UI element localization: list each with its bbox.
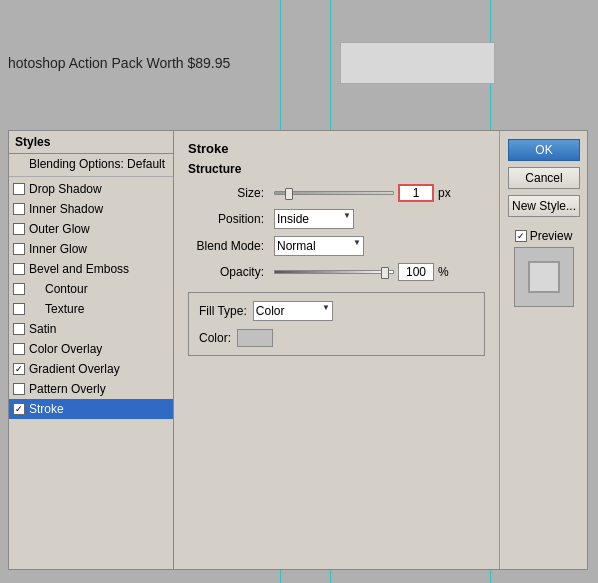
fill-type-row: Fill Type: Color Gradient Pattern — [199, 301, 474, 321]
opacity-slider-container — [274, 270, 394, 274]
fill-type-select-wrapper: Color Gradient Pattern — [253, 301, 333, 321]
size-slider-thumb[interactable] — [285, 188, 293, 200]
preview-label: Preview — [530, 229, 573, 243]
ps-header-text: hotoshop Action Pack Worth $89.95 — [8, 55, 230, 71]
satin-item[interactable]: Satin — [9, 319, 173, 339]
position-select-wrapper: Inside Outside Center — [274, 209, 354, 229]
preview-thumb-inner — [528, 261, 560, 293]
stroke-item[interactable]: Stroke — [9, 399, 173, 419]
size-input[interactable] — [398, 184, 434, 202]
drop-shadow-item[interactable]: Drop Shadow — [9, 179, 173, 199]
opacity-percent-label: % — [438, 265, 449, 279]
opacity-slider-thumb[interactable] — [381, 267, 389, 279]
background-rectangle — [340, 42, 495, 84]
fill-type-label: Fill Type: — [199, 304, 247, 318]
size-row: Size: px — [188, 184, 485, 202]
fill-type-box: Fill Type: Color Gradient Pattern Color: — [188, 292, 485, 356]
drop-shadow-checkbox[interactable] — [13, 183, 25, 195]
pattern-overlay-checkbox[interactable] — [13, 383, 25, 395]
gradient-overlay-item[interactable]: Gradient Overlay — [9, 359, 173, 379]
ok-button[interactable]: OK — [508, 139, 580, 161]
blending-options-item[interactable]: Blending Options: Default — [9, 154, 173, 174]
blend-mode-select-wrapper: Normal Multiply Screen — [274, 236, 364, 256]
satin-checkbox[interactable] — [13, 323, 25, 335]
preview-thumbnail — [514, 247, 574, 307]
position-select[interactable]: Inside Outside Center — [274, 209, 354, 229]
stroke-title: Stroke — [188, 141, 485, 156]
outer-glow-checkbox[interactable] — [13, 223, 25, 235]
color-row: Color: — [199, 329, 474, 347]
size-slider-track[interactable] — [274, 191, 394, 195]
inner-shadow-checkbox[interactable] — [13, 203, 25, 215]
outer-glow-item[interactable]: Outer Glow — [9, 219, 173, 239]
texture-item[interactable]: Texture — [9, 299, 173, 319]
stroke-settings-panel: Stroke Structure Size: px Position: Insi… — [174, 131, 499, 569]
structure-title: Structure — [188, 162, 485, 176]
styles-panel-header[interactable]: Styles — [9, 131, 173, 154]
inner-shadow-item[interactable]: Inner Shadow — [9, 199, 173, 219]
opacity-input[interactable] — [398, 263, 434, 281]
texture-checkbox[interactable] — [13, 303, 25, 315]
bevel-emboss-item[interactable]: Bevel and Emboss — [9, 259, 173, 279]
position-label: Position: — [188, 212, 270, 226]
blend-mode-select[interactable]: Normal Multiply Screen — [274, 236, 364, 256]
layer-style-dialog: Styles Blending Options: Default Drop Sh… — [8, 130, 588, 570]
size-label: Size: — [188, 186, 270, 200]
cancel-button[interactable]: Cancel — [508, 167, 580, 189]
preview-area: Preview — [508, 229, 579, 307]
color-overlay-item[interactable]: Color Overlay — [9, 339, 173, 359]
stroke-checkbox[interactable] — [13, 403, 25, 415]
blend-mode-label: Blend Mode: — [188, 239, 270, 253]
size-slider-container — [274, 191, 394, 195]
bevel-emboss-checkbox[interactable] — [13, 263, 25, 275]
inner-glow-item[interactable]: Inner Glow — [9, 239, 173, 259]
styles-panel: Styles Blending Options: Default Drop Sh… — [9, 131, 174, 569]
new-style-button[interactable]: New Style... — [508, 195, 580, 217]
color-label: Color: — [199, 331, 231, 345]
separator — [9, 176, 173, 177]
fill-type-select[interactable]: Color Gradient Pattern — [253, 301, 333, 321]
size-px-label: px — [438, 186, 451, 200]
preview-checkbox-row: Preview — [515, 229, 573, 243]
opacity-row: Opacity: % — [188, 263, 485, 281]
opacity-slider-track[interactable] — [274, 270, 394, 274]
color-overlay-checkbox[interactable] — [13, 343, 25, 355]
opacity-label: Opacity: — [188, 265, 270, 279]
preview-checkbox[interactable] — [515, 230, 527, 242]
blend-mode-row: Blend Mode: Normal Multiply Screen — [188, 236, 485, 256]
color-swatch[interactable] — [237, 329, 273, 347]
inner-glow-checkbox[interactable] — [13, 243, 25, 255]
contour-checkbox[interactable] — [13, 283, 25, 295]
gradient-overlay-checkbox[interactable] — [13, 363, 25, 375]
contour-item[interactable]: Contour — [9, 279, 173, 299]
position-row: Position: Inside Outside Center — [188, 209, 485, 229]
right-button-panel: OK Cancel New Style... Preview — [499, 131, 587, 569]
pattern-overlay-item[interactable]: Pattern Overly — [9, 379, 173, 399]
